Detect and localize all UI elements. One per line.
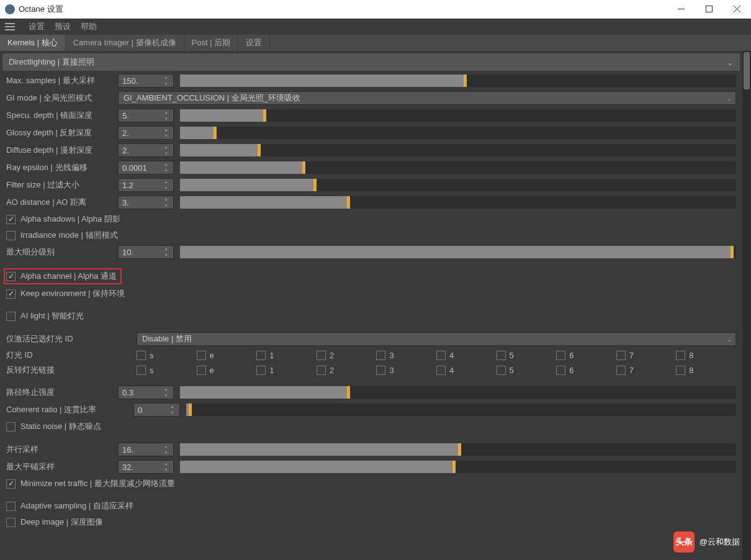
close-button[interactable] <box>723 0 751 19</box>
checkbox-light-s[interactable] <box>137 351 146 360</box>
light-id-cell[interactable]: 7 <box>616 351 677 360</box>
slider-max-tile[interactable] <box>180 461 736 473</box>
light-id-cell[interactable]: s <box>137 366 197 375</box>
input-path-term[interactable]: 0.3▴▾ <box>118 386 174 399</box>
section-directlighting[interactable]: Directlighting | 直接照明 ⌄ <box>2 53 740 71</box>
checkbox-light-8[interactable] <box>676 366 685 375</box>
row-path-term: 路径终止强度 0.3▴▾ <box>0 384 742 401</box>
checkbox-light-6[interactable] <box>556 351 565 360</box>
light-id-cell[interactable]: 5 <box>497 351 557 360</box>
settings-body: Directlighting | 直接照明 ⌄ Max. samples | 最… <box>0 51 751 560</box>
input-max-tile[interactable]: 32.▴▾ <box>118 460 174 474</box>
checkbox-light-e[interactable] <box>197 366 206 375</box>
checkbox-light-2[interactable] <box>317 351 326 360</box>
input-diffuse-depth[interactable]: 2.▴▾ <box>118 143 174 157</box>
checkbox-light-1[interactable] <box>256 366 266 375</box>
row-diffuse-depth: Diffuse depth | 漫射深度 2.▴▾ <box>0 142 742 159</box>
input-max-samples[interactable]: 150.▴▾ <box>118 74 174 88</box>
maximize-button[interactable] <box>695 0 723 19</box>
window-titlebar: Octane 设置 <box>0 0 751 19</box>
checkbox-keep-env[interactable] <box>6 289 16 299</box>
input-filter-size[interactable]: 1.2▴▾ <box>118 178 174 192</box>
slider-coherent[interactable] <box>186 404 736 416</box>
input-ray-epsilon[interactable]: 0.0001▴▾ <box>118 161 174 174</box>
light-id-cell[interactable]: 8 <box>676 351 736 360</box>
slider-parallel[interactable] <box>180 443 736 456</box>
checkbox-light-3[interactable] <box>376 366 385 375</box>
row-alpha-shadows: Alpha shadows | Alpha 阴影 <box>0 211 742 227</box>
checkbox-light-5[interactable] <box>497 366 506 375</box>
checkbox-light-1[interactable] <box>256 351 266 360</box>
checkbox-light-4[interactable] <box>436 366 446 375</box>
checkbox-alpha-shadows[interactable] <box>6 215 16 224</box>
slider-ao-distance[interactable] <box>180 196 736 209</box>
light-id-cell[interactable]: 1 <box>256 351 317 360</box>
row-ao-distance: AO distance | AO 距离 3.▴▾ <box>0 194 742 211</box>
light-id-cell[interactable]: 2 <box>317 351 377 360</box>
checkbox-light-2[interactable] <box>317 366 326 375</box>
slider-path-term[interactable] <box>180 386 736 399</box>
checkbox-light-4[interactable] <box>436 351 446 360</box>
checkbox-light-s[interactable] <box>137 366 146 375</box>
light-id-cell[interactable]: 6 <box>556 351 616 360</box>
checkbox-light-3[interactable] <box>376 351 385 360</box>
checkbox-light-8[interactable] <box>676 351 685 360</box>
row-min-net: Minimize net traffic | 最大限度减少网络流量 <box>0 476 742 492</box>
slider-filter-size[interactable] <box>180 179 736 191</box>
tab-post[interactable]: Post | 后期 <box>184 35 239 51</box>
row-deep-image: Deep image | 深度图像 <box>0 514 742 530</box>
input-specu-depth[interactable]: 5.▴▾ <box>118 109 174 122</box>
input-glossy-depth[interactable]: 2.▴▾ <box>118 126 174 140</box>
light-id-cell[interactable]: 3 <box>376 366 436 375</box>
checkbox-light-7[interactable] <box>616 366 626 375</box>
tab-kernels[interactable]: Kernels | 核心 <box>0 35 66 51</box>
light-id-cell[interactable]: e <box>197 366 257 375</box>
vertical-scrollbar[interactable] <box>742 51 751 560</box>
light-id-cell[interactable]: 7 <box>616 366 677 375</box>
checkbox-min-net[interactable] <box>6 479 16 489</box>
light-id-cell[interactable]: 8 <box>676 366 736 375</box>
menu-help[interactable]: 帮助 <box>81 21 97 32</box>
row-static-noise: Static noise | 静态噪点 <box>0 418 742 435</box>
light-id-cell[interactable]: 5 <box>497 366 557 375</box>
checkbox-alpha-channel[interactable] <box>6 272 16 281</box>
checkbox-adaptive[interactable] <box>6 502 16 511</box>
hamburger-icon[interactable] <box>5 23 15 30</box>
checkbox-static-noise[interactable] <box>6 422 16 431</box>
slider-diffuse-depth[interactable] <box>180 144 736 156</box>
menu-presets[interactable]: 预设 <box>55 21 71 32</box>
input-parallel[interactable]: 16.▴▾ <box>118 443 174 456</box>
checkbox-light-6[interactable] <box>556 366 565 375</box>
dropdown-gi-mode[interactable]: GI_AMBIENT_OCCLUSION | 全局光照_环境吸收⌄ <box>118 91 736 105</box>
row-keep-env: Keep environment | 保持环境 <box>0 286 742 302</box>
slider-max-subdiv[interactable] <box>180 246 736 258</box>
tab-camera-imager[interactable]: Camera Imager | 摄像机成像 <box>66 35 184 51</box>
light-id-cell[interactable]: e <box>197 351 257 360</box>
light-id-cell[interactable]: 4 <box>436 366 497 375</box>
dropdown-light-id-mode[interactable]: Disable | 禁用⌄ <box>137 332 736 346</box>
checkbox-deep-image[interactable] <box>6 518 16 527</box>
light-id-cell[interactable]: 3 <box>376 351 436 360</box>
light-id-cell[interactable]: 2 <box>317 366 377 375</box>
scrollbar-thumb[interactable] <box>744 52 750 89</box>
label-max-samples: Max. samples | 最大采样 <box>6 75 112 86</box>
minimize-button[interactable] <box>667 0 695 19</box>
checkbox-irradiance[interactable] <box>6 231 16 240</box>
slider-max-samples[interactable] <box>180 75 736 87</box>
light-id-cell[interactable]: 6 <box>556 366 616 375</box>
input-ao-distance[interactable]: 3.▴▾ <box>118 196 174 209</box>
slider-ray-epsilon[interactable] <box>180 161 736 174</box>
light-id-cell[interactable]: 4 <box>436 351 497 360</box>
checkbox-ai-light[interactable] <box>6 312 16 321</box>
light-id-cell[interactable]: s <box>137 351 197 360</box>
input-max-subdiv[interactable]: 10.▴▾ <box>118 245 174 259</box>
menu-settings[interactable]: 设置 <box>29 21 45 32</box>
checkbox-light-7[interactable] <box>616 351 626 360</box>
checkbox-light-5[interactable] <box>497 351 506 360</box>
tab-more[interactable]: 设置 <box>238 35 270 51</box>
light-id-cell[interactable]: 1 <box>256 366 317 375</box>
checkbox-light-e[interactable] <box>197 351 206 360</box>
input-coherent[interactable]: 0▴▾ <box>133 403 180 417</box>
slider-glossy-depth[interactable] <box>180 127 736 139</box>
slider-specu-depth[interactable] <box>180 109 736 122</box>
